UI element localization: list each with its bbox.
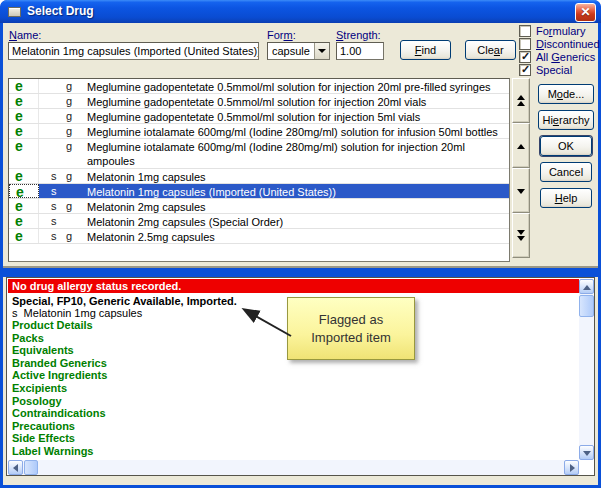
filter-label: Special <box>536 64 572 76</box>
form-select-value: capsule <box>272 45 310 57</box>
drug-name: Melatonin 2.5mg capsules <box>87 230 507 244</box>
scrollbar-up-button[interactable] <box>579 279 594 294</box>
special-flag: s <box>51 230 57 242</box>
find-button[interactable]: Find <box>400 40 451 60</box>
detail-link-side-effects[interactable]: Side Effects <box>12 432 119 445</box>
filter-label: All Generics <box>536 51 595 63</box>
drug-name: Meglumine iotalamate 600mg/ml (Iodine 28… <box>87 125 507 139</box>
up-arrow-icon <box>583 285 591 290</box>
special-flag: s <box>51 185 57 197</box>
chevron-down-icon <box>318 49 326 53</box>
detail-link-excipients[interactable]: Excipients <box>12 382 119 395</box>
mode-button[interactable]: Mode... <box>538 84 594 104</box>
scrollbar-thumb[interactable] <box>24 460 38 475</box>
drug-row[interactable]: egMeglumine gadopentetate 0.5mmol/ml sol… <box>9 109 509 124</box>
detail-link-equivalents[interactable]: Equivalents <box>12 344 119 357</box>
drug-row[interactable]: egMeglumine iotalamate 600mg/ml (Iodine … <box>9 124 509 139</box>
special-flag: s <box>51 200 57 212</box>
help-button[interactable]: Help <box>540 188 592 208</box>
drug-row[interactable]: egMeglumine gadopentetate 0.5mmol/ml sol… <box>9 94 509 109</box>
drug-list: egMeglumine gadopentetate 0.5mmol/ml sol… <box>8 78 510 262</box>
generic-flag: g <box>66 80 72 92</box>
emis-e-icon: e <box>9 229 39 243</box>
drug-name: Meglumine gadopentetate 0.5mmol/ml solut… <box>87 80 507 94</box>
form-select[interactable]: capsule <box>267 42 330 60</box>
drug-row[interactable]: esgMelatonin 1mg capsules <box>9 169 509 184</box>
detail-link-active-ingredients[interactable]: Active Ingredients <box>12 369 119 382</box>
detail-link-posology[interactable]: Posology <box>12 395 119 408</box>
drug-row[interactable]: egMeglumine gadopentetate 0.5mmol/ml sol… <box>9 79 509 94</box>
down-arrow-icon <box>517 189 525 194</box>
detail-link-branded-generics[interactable]: Branded Generics <box>12 357 119 370</box>
form-label: Form: <box>267 29 296 41</box>
scroll-last-button[interactable] <box>512 213 530 258</box>
scroll-first-button[interactable] <box>512 78 530 123</box>
drug-row[interactable]: esgMelatonin 2mg capsules <box>9 199 509 214</box>
generic-flag: g <box>66 95 72 107</box>
strength-input[interactable]: 1.00 <box>336 42 384 60</box>
scrollbar-right-button[interactable] <box>564 460 579 475</box>
generic-flag: g <box>66 125 72 137</box>
checkbox-checked-icon[interactable]: ✓ <box>519 51 531 63</box>
drug-row[interactable]: esgMelatonin 2.5mg capsules <box>9 229 509 244</box>
drug-name: Melatonin 2mg capsules (Special Order) <box>87 215 507 229</box>
generic-flag: g <box>66 230 72 242</box>
scrollbar-down-button[interactable] <box>579 445 594 460</box>
drug-name-line: Melatonin 2mg capsules (Special Order) <box>87 215 507 229</box>
filter-label: Discontinued <box>536 38 600 50</box>
drug-name: Meglumine gadopentetate 0.5mmol/ml solut… <box>87 95 507 109</box>
list-scroll-column <box>512 78 530 258</box>
drug-row[interactable]: egMeglumine iotalamate 600mg/ml (Iodine … <box>9 139 509 169</box>
emis-e-icon: e <box>9 94 39 108</box>
allergy-status-banner: No drug allergy status recorded. <box>8 279 579 293</box>
emis-e-icon: e <box>9 79 39 93</box>
scrollbar-thumb[interactable] <box>579 295 594 317</box>
details-vertical-scrollbar[interactable] <box>579 279 594 460</box>
selected-drug-line: s Melatonin 1mg capsules <box>12 307 142 319</box>
scroll-down-button[interactable] <box>512 168 530 213</box>
drug-name-line: Melatonin 1mg capsules (Imported (United… <box>87 185 507 199</box>
drug-name: Melatonin 1mg capsules <box>87 170 507 184</box>
cancel-button[interactable]: Cancel <box>540 162 592 182</box>
checkbox-checked-icon[interactable]: ✓ <box>519 64 531 76</box>
checkbox-unchecked-icon[interactable] <box>519 25 531 37</box>
detail-link-product-details[interactable]: Product Details <box>12 319 119 332</box>
drug-name-line: Meglumine iotalamate 600mg/ml (Iodine 28… <box>87 125 507 139</box>
drug-row[interactable]: esMelatonin 2mg capsules (Special Order) <box>9 214 509 229</box>
drug-name-line: Meglumine gadopentetate 0.5mmol/ml solut… <box>87 95 507 109</box>
checkbox-unchecked-icon[interactable] <box>519 38 531 50</box>
callout-line1: Flagged as <box>288 311 414 329</box>
generic-flag: g <box>66 170 72 182</box>
detail-link-contraindications[interactable]: Contraindications <box>12 407 119 420</box>
title-bar[interactable]: Select Drug ✕ <box>0 0 601 23</box>
check-icon: ✓ <box>521 50 530 63</box>
drug-name-line: ampoules <box>87 154 507 168</box>
detail-link-packs[interactable]: Packs <box>12 332 119 345</box>
detail-link-precautions[interactable]: Precautions <box>12 420 119 433</box>
scrollbar-left-button[interactable] <box>8 460 23 475</box>
ok-button[interactable]: OK <box>540 136 592 156</box>
emis-e-icon: e <box>9 214 39 228</box>
emis-e-icon: e <box>9 199 39 213</box>
callout-line2: Imported item <box>288 329 414 347</box>
double-down-icon <box>517 230 525 241</box>
drug-row-selected[interactable]: esMelatonin 1mg capsules (Imported (Unit… <box>9 184 509 199</box>
detail-link-label-warnings[interactable]: Label Warnings <box>12 445 119 458</box>
details-horizontal-scrollbar[interactable] <box>8 460 579 475</box>
drug-name: Melatonin 2mg capsules <box>87 200 507 214</box>
detail-links: Product DetailsPacksEquivalentsBranded G… <box>12 319 119 476</box>
generic-flag: g <box>66 140 72 152</box>
scroll-up-button[interactable] <box>512 123 530 168</box>
clear-button[interactable]: Clear <box>465 40 516 60</box>
emis-e-icon: e <box>9 169 39 183</box>
check-icon: ✓ <box>521 63 530 76</box>
down-arrow-icon <box>583 451 591 456</box>
drug-name-line: Meglumine gadopentetate 0.5mmol/ml solut… <box>87 80 507 94</box>
name-input[interactable]: Melatonin 1mg capsules (Imported (United… <box>8 42 259 60</box>
close-button[interactable]: ✕ <box>575 3 596 22</box>
hierarchy-button[interactable]: Hierarchy <box>538 110 594 130</box>
drug-name-line: Melatonin 1mg capsules <box>87 170 507 184</box>
drug-name: Meglumine iotalamate 600mg/ml (Iodine 28… <box>87 140 507 168</box>
dropdown-arrow-button[interactable] <box>314 43 329 59</box>
drug-name: Melatonin 1mg capsules (Imported (United… <box>87 185 507 199</box>
